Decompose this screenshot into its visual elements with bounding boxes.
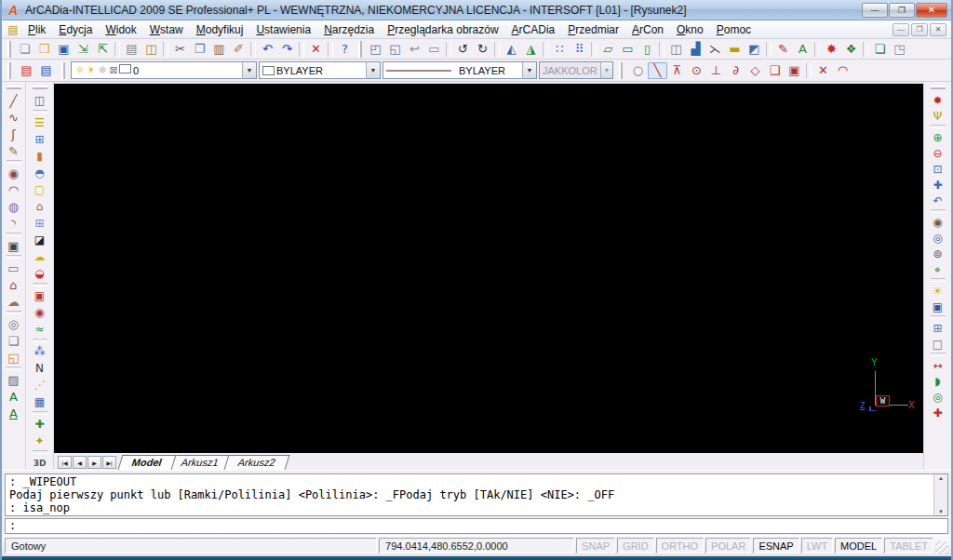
ucs-view-button[interactable]: ⌖ [928, 261, 948, 277]
rectangle-button[interactable]: ▭ [4, 260, 24, 276]
menu-modyfikuj[interactable]: Modyfikuj [190, 21, 250, 38]
light-button[interactable]: ☀ [928, 283, 948, 299]
layer-freeze-icon[interactable]: ❄ [97, 64, 108, 76]
toggle-model[interactable]: MODEL [835, 538, 882, 553]
rotate-ccw-button[interactable]: ↺ [453, 41, 473, 58]
scroll-up-icon[interactable]: ▲ [938, 475, 944, 481]
toolbar-grip[interactable] [619, 62, 623, 79]
arc-button[interactable]: ◠ [4, 181, 24, 198]
layer-lock-icon[interactable]: ⊠ [108, 64, 119, 76]
copy-object-button[interactable]: ◰ [366, 41, 385, 58]
maximize-button[interactable]: ❐ [889, 3, 915, 18]
layers-explore-button[interactable]: ▤ [17, 62, 36, 79]
boundary-button[interactable]: ◱ [4, 349, 24, 366]
north-arrow-button[interactable]: N [30, 360, 50, 377]
mdi-close-button[interactable]: ✕ [930, 23, 946, 36]
forest-button[interactable]: ⁂ [30, 343, 50, 360]
select-all-button[interactable]: ⠿ [570, 41, 589, 58]
query-distance-button[interactable]: ⋋ [705, 41, 725, 58]
drawing-canvas[interactable]: Y X Z W [54, 84, 923, 453]
delete-button[interactable]: ✕ [306, 41, 326, 58]
menu-okno[interactable]: Okno [670, 21, 710, 38]
column-button[interactable]: ◉ [30, 304, 50, 321]
zoom-window-button[interactable]: ⊡ [928, 161, 948, 177]
measure-ruler-button[interactable]: ▬ [725, 41, 745, 58]
toggle-lwt[interactable]: LWT [801, 538, 833, 553]
esnap-node-icon[interactable]: ▣ [785, 62, 804, 79]
select-window-button[interactable]: ∷ [550, 41, 570, 58]
new-window-button[interactable]: ❏ [870, 41, 890, 58]
command-scrollbar[interactable]: ▲ ▼ [933, 474, 947, 515]
door-button[interactable]: ▮ [30, 148, 50, 165]
dropdown-arrow-icon[interactable]: ▼ [366, 62, 380, 78]
single-viewport-button[interactable]: □ [928, 336, 948, 352]
esnap-midpoint-icon[interactable]: ⊼ [667, 62, 687, 79]
menu-arcon[interactable]: ArCon [625, 21, 670, 38]
sketch-button[interactable]: ✎ [4, 142, 24, 159]
polyline-button[interactable]: ∿ [4, 109, 24, 126]
elliptical-arc-button[interactable]: ◝ [4, 215, 24, 232]
add-installation-button[interactable]: ✦ [30, 433, 50, 449]
clean-drawing-button[interactable]: ❖ [841, 41, 861, 58]
menu-pomoc[interactable]: Pomoc [710, 21, 758, 38]
dim-aligned-button[interactable]: ◗ [928, 373, 948, 389]
tab-first-button[interactable]: |◀ [58, 456, 72, 469]
menu-plik[interactable]: Plik [21, 21, 52, 38]
layer-color-swatch[interactable] [119, 64, 131, 73]
statistics-button[interactable]: ▟ [686, 41, 705, 58]
linetype-combo[interactable]: BYLAYER ▼ [383, 61, 537, 79]
schedule-button[interactable]: ▦ [30, 393, 50, 410]
explode-button[interactable]: ✸ [822, 41, 841, 58]
import-drawing-button[interactable]: ⇲ [74, 41, 93, 58]
color-combo[interactable]: BYLAYER ▼ [259, 61, 381, 79]
command-input[interactable]: : [5, 518, 948, 534]
undo-button[interactable]: ↶ [258, 41, 277, 58]
convert-boundary-button[interactable]: ▯ [638, 41, 657, 58]
convert-rectangle-button[interactable]: ▭ [618, 41, 638, 58]
dropdown-arrow-icon[interactable]: ▼ [522, 62, 536, 78]
rotate-cw-button[interactable]: ↻ [473, 41, 492, 58]
mdi-minimize-button[interactable]: — [893, 23, 909, 36]
mirror-button[interactable]: ◭ [502, 41, 521, 58]
esnap-tangent-icon[interactable]: ∂ [726, 62, 745, 79]
esnap-perpendicular-icon[interactable]: ⊥ [706, 62, 726, 79]
layer-bulb-icon[interactable]: ☼ [74, 64, 86, 76]
toolbar-grip[interactable] [7, 62, 11, 79]
menu-widok[interactable]: Widok [99, 21, 142, 38]
toolbar-grip[interactable] [61, 62, 65, 79]
edit-text-button[interactable]: A [793, 41, 812, 58]
layers-manager-button[interactable]: ▤ [36, 62, 56, 79]
plot-layout-button[interactable]: ◫ [666, 41, 686, 58]
paste-button[interactable]: ▥ [209, 41, 229, 58]
layer-sun-icon[interactable]: ☀ [86, 64, 97, 76]
text-button[interactable]: A [4, 388, 24, 405]
tab-prev-button[interactable]: ◀ [73, 456, 87, 469]
dropdown-arrow-icon[interactable]: ▼ [242, 62, 256, 78]
window-button[interactable]: ⊞ [30, 131, 50, 148]
camera-view-button[interactable]: ⊚ [928, 246, 948, 261]
mirror-copy-button[interactable]: ◮ [521, 41, 541, 58]
tab-model[interactable]: Model [118, 455, 177, 470]
menu-edycja[interactable]: Edycja [52, 21, 99, 38]
esnap-endpoint-icon[interactable]: ╲ [648, 62, 667, 79]
undo-mark-button[interactable]: ↩ [405, 41, 424, 58]
mdi-restore-button[interactable]: ❐ [911, 23, 928, 36]
stairs-button[interactable]: ◓ [30, 165, 50, 181]
copy-button[interactable]: ❐ [190, 41, 209, 58]
esnap-insertion-icon[interactable]: ❑ [765, 62, 785, 79]
close-button[interactable]: ✕ [916, 3, 947, 18]
command-history[interactable]: : _WIPEOUTPodaj pierwszy punkt lub [Ramk… [5, 473, 948, 516]
donut-button[interactable]: ◎ [4, 315, 24, 332]
tab-arkusz2[interactable]: Arkusz2 [223, 455, 289, 470]
window-properties-button[interactable]: ◳ [890, 41, 909, 58]
toggle-tablet[interactable]: TABLET [884, 538, 933, 553]
polygon-button[interactable]: ⌂ [4, 276, 24, 293]
esnap-intersection-icon[interactable]: ✕ [813, 62, 833, 79]
convert-polyline-button[interactable]: ▱ [598, 41, 618, 58]
toolbar-grip[interactable] [7, 86, 21, 89]
hatch-button[interactable]: ▨ [4, 371, 24, 388]
fence-button[interactable]: ⋰ [30, 377, 50, 393]
toolbar-grip[interactable] [358, 41, 362, 58]
wall-button[interactable]: ☰ [30, 114, 50, 131]
format-painter-button[interactable]: ✐ [229, 41, 248, 58]
